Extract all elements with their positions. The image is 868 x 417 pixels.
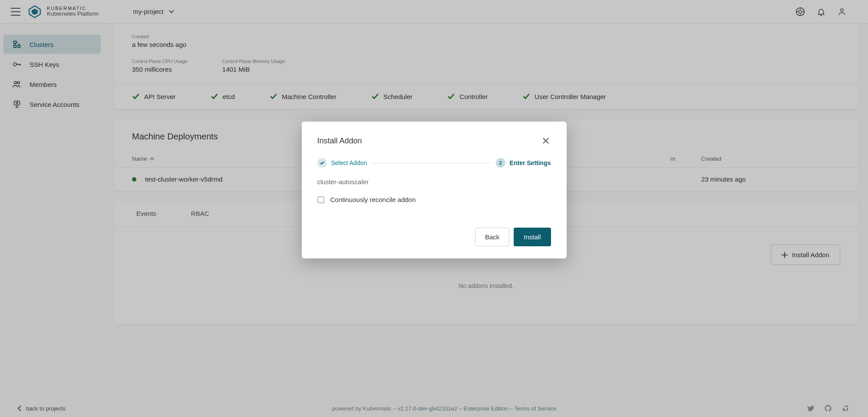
modal-overlay[interactable]: Install Addon Select Addon 2 Enter Setti… (0, 0, 868, 417)
step1-label: Select Addon (331, 159, 367, 166)
step2-label: Enter Settings (510, 159, 551, 166)
reconcile-label: Continuously reconcile addon (330, 196, 416, 203)
back-button[interactable]: Back (475, 228, 509, 246)
step-1: Select Addon (317, 158, 367, 168)
reconcile-checkbox-row: Continuously reconcile addon (317, 196, 551, 203)
close-icon[interactable] (541, 136, 551, 146)
step-2: 2 Enter Settings (496, 158, 551, 168)
stepper: Select Addon 2 Enter Settings (317, 158, 551, 168)
step-divider (372, 163, 491, 163)
step1-check-icon (317, 158, 327, 168)
selected-addon-name: cluster-autoscaler (317, 178, 551, 185)
reconcile-checkbox[interactable] (317, 196, 324, 203)
install-addon-modal: Install Addon Select Addon 2 Enter Setti… (302, 122, 567, 258)
install-button[interactable]: Install (514, 228, 551, 246)
step2-number: 2 (496, 158, 505, 168)
modal-title: Install Addon (317, 136, 362, 146)
